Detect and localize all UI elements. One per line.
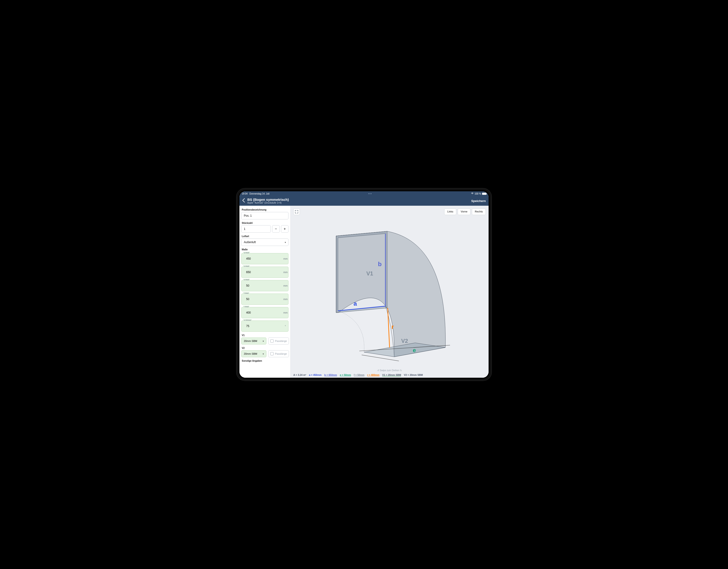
r-unit: mm	[283, 311, 288, 314]
r-mass-field[interactable]: mm	[241, 307, 288, 318]
annot-v1: V1	[366, 270, 373, 277]
e-legend: e-Maß	[243, 279, 250, 281]
page-title: BS (Bogen symmetrisch)	[247, 198, 289, 202]
battery-icon	[482, 193, 486, 195]
f-mass-field[interactable]: mm	[241, 294, 288, 305]
screen: 18:04 Donnerstag 14. Juli ••• 100 % BS (…	[239, 191, 489, 378]
v2-label: V2	[242, 347, 288, 349]
air-label: Luftart	[242, 235, 288, 238]
annot-a: a	[354, 300, 357, 307]
sum-r: r = 400mm	[367, 374, 379, 376]
app-header: BS (Bogen symmetrisch) Apple "Aufmaß" (D…	[239, 196, 489, 206]
a-mass-field[interactable]: mm	[241, 253, 288, 264]
r-legend: r-Maß	[243, 306, 249, 308]
back-button[interactable]	[242, 198, 245, 204]
status-date: Donnerstag 14. Juli	[249, 192, 269, 195]
b-mass-input[interactable]	[244, 269, 283, 276]
view-vorne-button[interactable]: Vorne	[458, 208, 470, 215]
main-split: Positionsbezeichnung Stückzahl − + Lufta…	[239, 206, 489, 378]
dimension-summary-bar: A = 3.24 m² a = 450mm b = 650mm e = 50mm…	[293, 374, 486, 376]
qty-minus-button[interactable]: −	[272, 225, 280, 233]
v2-pass-label: Passlänge	[275, 352, 287, 355]
view-rechts-button[interactable]: Rechts	[472, 208, 486, 215]
e-unit: mm	[283, 284, 288, 287]
a-unit: mm	[283, 257, 288, 260]
other-section-label: Sonstige Angaben	[242, 360, 288, 362]
page-subtitle: Apple "Aufmaß" (Druckstufe 1+4)	[247, 202, 289, 204]
pos-label: Positionsbezeichnung	[242, 208, 288, 211]
f-mass-input[interactable]	[244, 296, 283, 303]
sum-e: e = 50mm	[340, 374, 351, 376]
v1-select[interactable]: 20mm SBM	[241, 337, 266, 344]
v1-label: V1	[242, 334, 288, 337]
checkbox-icon	[270, 352, 274, 355]
expand-icon	[295, 210, 298, 213]
f-legend: f-Maß	[243, 292, 249, 294]
e-mass-input[interactable]	[244, 282, 283, 289]
form-sidebar[interactable]: Positionsbezeichnung Stückzahl − + Lufta…	[239, 206, 291, 378]
annot-r: r	[391, 323, 394, 330]
sum-v2: V2 = 20mm SBM	[404, 374, 423, 376]
checkbox-icon	[270, 339, 274, 343]
view-links-button[interactable]: Links	[444, 208, 456, 215]
alpha-unit: °	[285, 325, 286, 328]
a-legend: a-Maß	[243, 252, 250, 254]
a-mass-input[interactable]	[244, 255, 283, 262]
sum-area: A = 3.24 m²	[293, 374, 306, 376]
viewport-3d[interactable]: Links Vorne Rechts	[291, 206, 489, 378]
status-time: 18:04	[242, 192, 248, 195]
fullscreen-button[interactable]	[293, 208, 300, 215]
sum-a: a = 450mm	[309, 374, 321, 376]
f-unit: mm	[283, 298, 288, 301]
r-mass-input[interactable]	[244, 309, 283, 316]
model-drawing[interactable]: b a V1 r V2 e	[291, 206, 489, 378]
status-battery-text: 100 %	[475, 192, 481, 195]
airtype-select[interactable]: Außenluft	[241, 238, 288, 246]
v1-passlaenge-toggle[interactable]: Passlänge	[268, 337, 289, 344]
sum-v1: V1 = 20mm SBM	[382, 374, 401, 376]
b-unit: mm	[283, 271, 288, 274]
annot-v2: V2	[401, 338, 408, 344]
e-mass-field[interactable]: mm	[241, 280, 288, 291]
sum-b: b = 650mm	[324, 374, 337, 376]
status-bar: 18:04 Donnerstag 14. Juli ••• 100 %	[239, 191, 489, 196]
save-button[interactable]: Speichern	[471, 199, 486, 203]
qty-label: Stückzahl	[242, 222, 288, 224]
svg-line-2	[388, 308, 390, 347]
v1-value: 20mm SBM	[244, 340, 257, 342]
alpha-winkel-input[interactable]	[244, 323, 285, 330]
annot-b: b	[378, 261, 382, 268]
b-mass-field[interactable]: mm	[241, 267, 288, 278]
airtype-value: Außenluft	[244, 241, 256, 244]
sum-f: f = 50mm	[354, 374, 364, 376]
alpha-legend: α-Winkel	[243, 319, 252, 321]
swipe-hint: ↺ Swipe zum Drehen ↻	[291, 369, 489, 372]
v1-pass-label: Passlänge	[275, 340, 287, 342]
position-input[interactable]	[241, 212, 288, 219]
v2-value: 20mm SBM	[244, 352, 257, 355]
b-legend: b-Maß	[243, 265, 250, 267]
v2-passlaenge-toggle[interactable]: Passlänge	[268, 350, 289, 357]
dim-section-label: Maße	[242, 248, 288, 251]
qty-plus-button[interactable]: +	[281, 225, 288, 233]
multitask-dots-icon[interactable]: •••	[368, 192, 372, 195]
annot-e: e	[413, 347, 416, 353]
wifi-icon	[471, 192, 474, 195]
alpha-winkel-field[interactable]: °	[241, 321, 288, 332]
tablet-frame: 18:04 Donnerstag 14. Juli ••• 100 % BS (…	[236, 188, 492, 381]
quantity-input[interactable]	[241, 225, 271, 233]
v2-select[interactable]: 20mm SBM	[241, 350, 266, 357]
title-block: BS (Bogen symmetrisch) Apple "Aufmaß" (D…	[247, 198, 289, 204]
